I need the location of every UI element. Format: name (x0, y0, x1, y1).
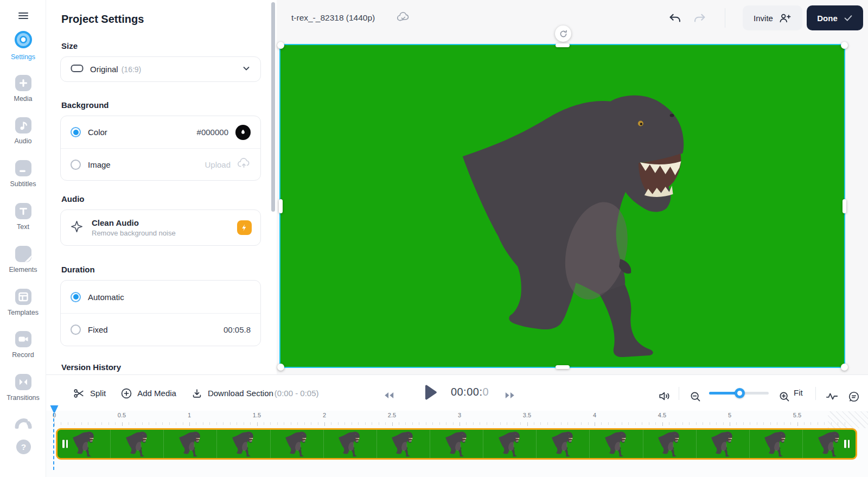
timeline-ruler[interactable]: 00.511.522.533.544.555.5 (46, 411, 868, 428)
svg-text:?: ? (21, 442, 26, 451)
clean-audio-card[interactable]: Clean Audio Remove background noise (60, 209, 261, 246)
clip-thumbnail (590, 430, 643, 458)
duration-fixed-option[interactable]: Fixed 00:05.8 (61, 313, 260, 346)
audio-waveform-icon[interactable] (826, 391, 839, 403)
fixed-duration-value[interactable]: 00:05.8 (224, 325, 251, 334)
trex-thumbnail (72, 430, 95, 457)
trex-thumbnail (125, 430, 149, 457)
timeline-zoom-slider[interactable] (709, 392, 769, 395)
color-radio[interactable] (71, 127, 81, 137)
sidebar-item-label: Elements (9, 266, 37, 274)
sidebar-item-record[interactable]: Record (0, 331, 46, 359)
clip-filmstrip (58, 430, 856, 458)
paint-drop-icon (238, 128, 248, 137)
background-color-option[interactable]: Color #000000 (61, 116, 260, 148)
zoom-in-icon[interactable] (778, 391, 790, 405)
volume-icon[interactable] (658, 390, 671, 404)
menu-icon[interactable] (16, 9, 30, 22)
fit-button[interactable]: Fit (794, 388, 803, 397)
rotate-handle[interactable] (555, 26, 571, 42)
ruler-label: 0.5 (118, 412, 126, 418)
sidebar-item-label: Subtitles (10, 180, 36, 188)
current-time: 00:00:0 (440, 386, 500, 398)
resize-handle-bottom[interactable] (556, 365, 570, 369)
sidebar-item-subtitles[interactable]: Subtitles (0, 160, 46, 188)
trex-thumbnail (711, 430, 735, 457)
person-plus-icon (778, 12, 792, 23)
sidebar-item-templates[interactable]: Templates (0, 289, 46, 316)
invite-button[interactable]: Invite (743, 5, 802, 30)
playhead[interactable] (49, 405, 59, 416)
clip-thumbnail (111, 430, 164, 458)
trex-thumbnail (285, 430, 309, 457)
redo-icon[interactable] (693, 12, 706, 27)
timeline-toolbar: Split Add Media Download Section (0:00 -… (46, 374, 868, 411)
trex-thumbnail (551, 430, 575, 457)
clip-thumbnail (483, 430, 537, 458)
zoom-out-icon[interactable] (690, 391, 701, 405)
sparkle-icon (69, 219, 84, 236)
usage-gauge-icon[interactable] (14, 416, 33, 431)
video-canvas[interactable] (280, 45, 844, 367)
ruler-label: 4.5 (658, 412, 666, 418)
trex-thumbnail (818, 430, 841, 457)
out-of-range-hatch (828, 411, 868, 428)
download-icon (191, 387, 203, 399)
sidebar-item-audio[interactable]: Audio (0, 117, 46, 145)
clip-left-trim-icon[interactable] (62, 440, 68, 448)
image-radio[interactable] (71, 160, 81, 170)
help-icon[interactable]: ? (16, 439, 31, 457)
scissors-icon (73, 388, 85, 399)
add-media-button[interactable]: Add Media (120, 387, 176, 399)
video-editor-app: Settings Media Audio Subtitles Text (0, 0, 868, 477)
trex-video-layer[interactable] (458, 81, 705, 367)
play-button[interactable] (423, 384, 437, 403)
resize-handle-right[interactable] (843, 199, 846, 213)
toolbar-divider (815, 387, 816, 400)
size-select[interactable]: Original (16:9) (60, 56, 261, 82)
ruler-label: 3 (458, 412, 461, 418)
sidebar-item-transitions[interactable]: Transitions (0, 374, 46, 402)
sidebar-item-label: Media (14, 95, 32, 103)
duration-automatic-option[interactable]: Automatic (61, 281, 260, 313)
toolbar-divider (679, 387, 679, 400)
background-image-option[interactable]: Image Upload (61, 148, 260, 180)
ruler-label: 1.5 (253, 412, 261, 418)
resize-handle-left[interactable] (279, 199, 283, 213)
sidebar-item-settings[interactable]: Settings (0, 30, 46, 61)
automatic-radio[interactable] (71, 292, 81, 302)
split-button[interactable]: Split (73, 388, 106, 399)
color-swatch[interactable] (235, 125, 251, 140)
trex-thumbnail (764, 430, 788, 457)
fast-forward-icon[interactable] (505, 391, 515, 401)
add-media-icon (15, 75, 31, 91)
resize-handle-bottom-left[interactable] (277, 364, 284, 371)
clip-thumbnail (324, 430, 377, 458)
video-clip[interactable] (56, 428, 857, 460)
version-history-label: Version History (61, 362, 121, 372)
trex-thumbnail (445, 430, 468, 457)
resize-handle-top-right[interactable] (841, 42, 848, 49)
sidebar-item-text[interactable]: Text (0, 203, 46, 231)
slider-thumb[interactable] (735, 388, 745, 398)
download-section-button[interactable]: Download Section (0:00 - 0:05) (191, 387, 319, 399)
sidebar-item-media[interactable]: Media (0, 75, 46, 103)
color-hex-value[interactable]: #000000 (197, 128, 228, 137)
sidebar-item-elements[interactable]: Elements (0, 246, 46, 274)
size-section-label: Size (61, 41, 78, 50)
duration-section-label: Duration (61, 265, 95, 274)
done-button[interactable]: Done (807, 5, 863, 30)
fixed-radio[interactable] (71, 325, 81, 335)
resize-handle-bottom-right[interactable] (841, 364, 848, 371)
undo-icon[interactable] (668, 12, 682, 27)
project-title[interactable]: t-rex_-_82318 (1440p) (291, 13, 375, 23)
resize-handle-top[interactable] (556, 43, 570, 47)
resize-handle-top-left[interactable] (277, 42, 284, 49)
collapse-timeline-icon[interactable] (848, 391, 860, 405)
clip-thumbnail (271, 430, 324, 458)
panel-scrollbar[interactable] (271, 2, 275, 212)
rewind-icon[interactable] (384, 391, 394, 401)
trex-thumbnail (604, 430, 628, 457)
clip-right-trim-icon[interactable] (844, 440, 850, 448)
pro-lightning-badge (237, 220, 252, 235)
